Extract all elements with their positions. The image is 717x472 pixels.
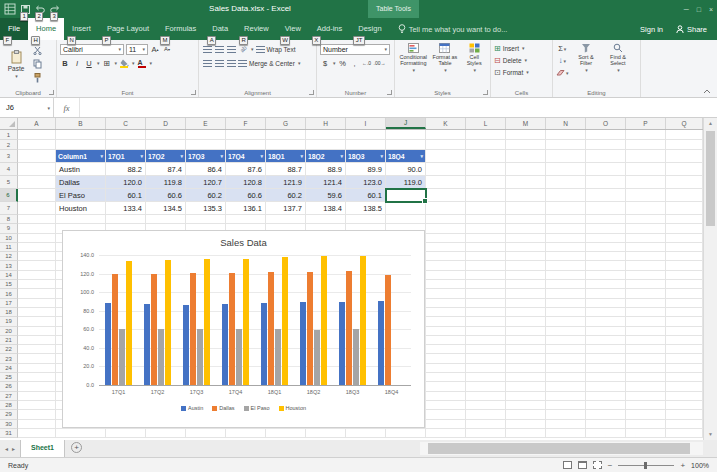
cell-M23[interactable]	[506, 354, 546, 363]
cell-M20[interactable]	[506, 327, 546, 336]
maximize-button[interactable]: □	[697, 6, 701, 13]
cell-Q1[interactable]	[666, 130, 703, 140]
cell-M3[interactable]	[506, 150, 546, 163]
cell-B1[interactable]	[56, 130, 106, 140]
cell-P2[interactable]	[626, 140, 666, 150]
cell-N20[interactable]	[546, 327, 586, 336]
tab-formulas[interactable]: FormulasM	[157, 18, 204, 40]
minimize-button[interactable]: ─	[684, 6, 689, 13]
cell-E4[interactable]: 86.4	[186, 163, 226, 176]
cell-O19[interactable]	[586, 317, 626, 326]
cell-M8[interactable]	[506, 215, 546, 224]
cell-O29[interactable]	[586, 410, 626, 419]
alignment-dialog-launcher[interactable]	[309, 90, 314, 95]
cell-M12[interactable]	[506, 252, 546, 261]
cell-A26[interactable]	[18, 382, 56, 391]
cell-K24[interactable]	[426, 364, 466, 373]
cell-L17[interactable]	[466, 299, 506, 308]
cell-A15[interactable]	[18, 280, 56, 289]
cell-J8[interactable]	[386, 215, 426, 224]
cell-A12[interactable]	[18, 252, 56, 261]
cell-Q5[interactable]	[666, 176, 703, 189]
column-header-I[interactable]: I	[346, 118, 386, 129]
cell-A1[interactable]	[18, 130, 56, 140]
cell-Q6[interactable]	[666, 189, 703, 202]
cell-G3[interactable]: 18Q1▾	[266, 150, 306, 163]
cell-N5[interactable]	[546, 176, 586, 189]
cell-O27[interactable]	[586, 392, 626, 401]
cell-K28[interactable]	[426, 401, 466, 410]
cell-N14[interactable]	[546, 271, 586, 280]
row-header-15[interactable]: 15	[0, 280, 18, 289]
cell-M22[interactable]	[506, 345, 546, 354]
cell-K22[interactable]	[426, 345, 466, 354]
cell-P28[interactable]	[626, 401, 666, 410]
cell-P20[interactable]	[626, 327, 666, 336]
row-header-21[interactable]: 21	[0, 336, 18, 345]
font-name-combo[interactable]: Calibri▾	[60, 44, 124, 55]
cell-P4[interactable]	[626, 163, 666, 176]
cell-K31[interactable]	[426, 429, 466, 438]
cell-D2[interactable]	[146, 140, 186, 150]
column-header-J[interactable]: J	[386, 118, 426, 129]
cell-H3[interactable]: 18Q2▾	[306, 150, 346, 163]
row-header-8[interactable]: 8	[0, 215, 18, 224]
cell-A23[interactable]	[18, 354, 56, 363]
cell-M28[interactable]	[506, 401, 546, 410]
row-header-16[interactable]: 16	[0, 289, 18, 298]
cell-O12[interactable]	[586, 252, 626, 261]
cell-J3[interactable]: 18Q4▾	[386, 150, 426, 163]
cell-P26[interactable]	[626, 382, 666, 391]
bottom-align-button[interactable]	[226, 43, 236, 55]
cell-N13[interactable]	[546, 261, 586, 270]
row-header-11[interactable]: 11	[0, 243, 18, 252]
cell-O11[interactable]	[586, 243, 626, 252]
share-button[interactable]: Share	[676, 25, 707, 34]
row-header-7[interactable]: 7	[0, 202, 18, 215]
cell-M13[interactable]	[506, 261, 546, 270]
cell-A17[interactable]	[18, 299, 56, 308]
normal-view-button[interactable]	[563, 461, 572, 469]
column-header-P[interactable]: P	[626, 118, 666, 129]
cell-P22[interactable]	[626, 345, 666, 354]
cell-C1[interactable]	[106, 130, 146, 140]
cell-H1[interactable]	[306, 130, 346, 140]
cell-L11[interactable]	[466, 243, 506, 252]
filter-dropdown-icon[interactable]: ▾	[340, 153, 343, 159]
cell-L4[interactable]	[466, 163, 506, 176]
cell-L14[interactable]	[466, 271, 506, 280]
cell-J7[interactable]	[386, 202, 426, 215]
cell-I3[interactable]: 18Q3▾	[346, 150, 386, 163]
cell-K8[interactable]	[426, 215, 466, 224]
cell-Q14[interactable]	[666, 271, 703, 280]
accounting-format-button[interactable]: $	[320, 57, 330, 69]
cell-O17[interactable]	[586, 299, 626, 308]
tab-page-layout[interactable]: Page LayoutP	[99, 18, 157, 40]
cell-L3[interactable]	[466, 150, 506, 163]
cell-M17[interactable]	[506, 299, 546, 308]
row-header-12[interactable]: 12	[0, 252, 18, 261]
cell-C5[interactable]: 120.0	[106, 176, 146, 189]
cell-E31[interactable]	[186, 429, 226, 438]
cell-styles-button[interactable]: Cell Styles ▾	[461, 43, 487, 73]
cell-Q17[interactable]	[666, 299, 703, 308]
cell-G2[interactable]	[266, 140, 306, 150]
cell-K4[interactable]	[426, 163, 466, 176]
insert-function-button[interactable]: fx	[54, 98, 80, 117]
cell-Q29[interactable]	[666, 410, 703, 419]
cell-K3[interactable]	[426, 150, 466, 163]
sheet-tab-sheet1[interactable]: Sheet1	[20, 440, 65, 457]
cell-N25[interactable]	[546, 373, 586, 382]
cell-F2[interactable]	[226, 140, 266, 150]
cell-N22[interactable]	[546, 345, 586, 354]
row-header-4[interactable]: 4	[0, 163, 18, 176]
cell-L8[interactable]	[466, 215, 506, 224]
cell-N10[interactable]	[546, 234, 586, 243]
cell-A13[interactable]	[18, 261, 56, 270]
cell-K11[interactable]	[426, 243, 466, 252]
cell-G31[interactable]	[266, 429, 306, 438]
horizontal-scrollbar[interactable]	[420, 442, 703, 455]
cell-P10[interactable]	[626, 234, 666, 243]
cell-E1[interactable]	[186, 130, 226, 140]
font-color-button[interactable]: A	[137, 57, 147, 69]
